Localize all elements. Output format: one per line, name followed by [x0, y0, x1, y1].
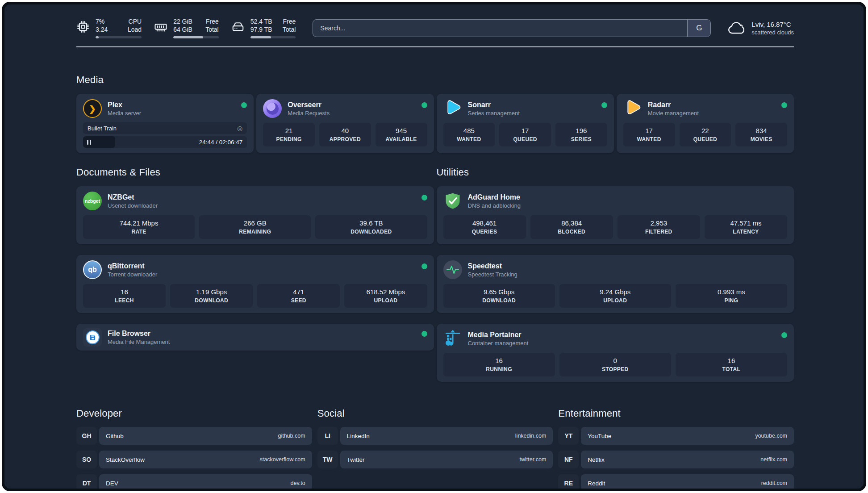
portainer-icon	[443, 329, 462, 348]
service-card-radarr[interactable]: Radarr Movie management 17WANTED 22QUEUE…	[617, 94, 794, 153]
section-title-entertainment: Entertainment	[558, 408, 794, 419]
radarr-icon	[623, 99, 642, 118]
service-description: Usenet downloader	[108, 202, 158, 209]
stat-tile: 86,384BLOCKED	[530, 215, 613, 239]
service-description: Media Requests	[288, 110, 330, 117]
bookmark-reddit[interactable]: RE Reddit reddit.com	[558, 474, 794, 491]
weather-location: Lviv, 16.87°C	[751, 20, 794, 29]
bookmark-abbr: NF	[558, 451, 579, 468]
plex-icon: ❯	[83, 99, 102, 118]
status-badge	[781, 102, 787, 108]
service-card-filebrowser[interactable]: File Browser Media File Management	[76, 324, 434, 351]
service-card-portainer[interactable]: Media Portainer Container management 16R…	[437, 324, 794, 382]
stat-tile: 834MOVIES	[735, 123, 787, 146]
service-name: qBittorrent	[108, 262, 157, 270]
bookmark-abbr: DT	[76, 474, 97, 491]
bookmark-name: YouTube	[588, 433, 611, 439]
service-name: NZBGet	[108, 193, 158, 201]
search-input[interactable]	[313, 20, 687, 37]
bookmark-github[interactable]: GH Github github.com	[76, 427, 312, 445]
stat-tile: 16RUNNING	[443, 353, 555, 376]
bookmark-name: Reddit	[588, 480, 605, 487]
bookmark-linkedin[interactable]: LI LinkedIn linkedin.com	[317, 427, 553, 445]
search-bar: G	[313, 19, 711, 37]
stat-tile: 17QUEUED	[499, 123, 551, 146]
disk-free-label: Free	[283, 18, 296, 25]
disk-total-value: 97.9 TB	[250, 26, 274, 33]
bookmark-stackoverflow[interactable]: SO StackOverflow stackoverflow.com	[76, 451, 312, 468]
service-card-adguard[interactable]: AdGuard Home DNS and adblocking 498,461Q…	[437, 186, 794, 244]
service-description: Speedtest Tracking	[468, 271, 517, 278]
stat-tile: 16TOTAL	[676, 353, 787, 376]
bookmark-url: linkedin.com	[515, 433, 546, 439]
service-card-nzbget[interactable]: nzbget NZBGet Usenet downloader 744.21 M…	[76, 186, 434, 244]
bookmark-url: reddit.com	[761, 480, 787, 486]
session-icon: ◎	[237, 125, 242, 131]
disk-stat: 52.4 TB 97.9 TB Free Total	[231, 18, 296, 38]
memory-stat: 22 GiB 64 GiB Free Total	[154, 18, 219, 38]
bookmark-name: StackOverflow	[106, 456, 145, 463]
bookmark-abbr: YT	[558, 427, 579, 445]
bookmark-abbr: GH	[76, 427, 97, 445]
bookmark-name: LinkedIn	[347, 433, 370, 439]
stat-tile: 47.571 msLATENCY	[705, 215, 787, 239]
service-card-sonarr[interactable]: Sonarr Series management 485WANTED 17QUE…	[437, 94, 614, 153]
filebrowser-icon	[83, 328, 102, 347]
stat-tile: 21PENDING	[263, 123, 315, 146]
service-card-plex[interactable]: ❯ Plex Media server Bullet Train ◎ 24:44…	[76, 94, 254, 153]
service-card-qbittorrent[interactable]: qb qBittorrent Torrent downloader 16LEEC…	[76, 255, 434, 313]
bookmark-url: dev.to	[291, 480, 305, 486]
stat-tile: 22QUEUED	[680, 123, 731, 146]
status-badge	[241, 102, 247, 108]
stat-tile: 16LEECH	[83, 284, 166, 308]
status-badge	[601, 102, 607, 108]
bookmark-youtube[interactable]: YT YouTube youtube.com	[558, 427, 794, 445]
service-card-overseerr[interactable]: Overseerr Media Requests 21PENDING 40APP…	[256, 94, 434, 153]
stat-tile: 618.52 MbpsUPLOAD	[344, 284, 427, 308]
cpu-load-value: 3.24	[96, 26, 119, 33]
speedtest-icon	[443, 260, 462, 279]
section-utilities: Utilities	[437, 167, 794, 382]
stat-tile: 471SEED	[257, 284, 340, 308]
stat-tile: 1.19 GbpsDOWNLOAD	[170, 284, 253, 308]
service-description: Torrent downloader	[108, 271, 157, 278]
stat-tile: 0.993 msPING	[676, 284, 787, 308]
stat-tile: 17WANTED	[623, 123, 675, 146]
stat-tile: 40APPROVED	[319, 123, 371, 146]
cloud-icon	[727, 21, 746, 36]
bookmark-netflix[interactable]: NF Netflix netflix.com	[558, 451, 794, 468]
memory-icon	[154, 20, 167, 33]
now-playing-title-bar: Bullet Train ◎	[83, 122, 247, 134]
service-card-speedtest[interactable]: Speedtest Speedtest Tracking 9.65 GbpsDO…	[437, 255, 794, 313]
service-name: Media Portainer	[468, 330, 529, 339]
bookmark-name: DEV	[106, 480, 118, 487]
status-badge	[421, 331, 427, 337]
memory-free-label: Free	[205, 18, 219, 25]
qbittorrent-icon: qb	[83, 260, 102, 279]
stat-tile: 39.6 TBDOWNLOADED	[315, 215, 427, 239]
disk-free-value: 52.4 TB	[250, 18, 274, 25]
bookmark-name: Twitter	[347, 456, 365, 463]
service-description: Movie management	[648, 110, 699, 117]
bookmark-twitter[interactable]: TW Twitter twitter.com	[317, 451, 553, 468]
section-title-documents: Documents & Files	[76, 167, 434, 178]
overseerr-icon	[263, 99, 282, 118]
cpu-stat: 7% 3.24 CPU Load	[76, 18, 142, 38]
section-entertainment: Entertainment YT YouTube youtube.com NF …	[558, 408, 794, 491]
stat-tile: 266 GBREMAINING	[199, 215, 311, 239]
bookmark-url: stackoverflow.com	[260, 456, 305, 463]
bookmark-dev[interactable]: DT DEV dev.to	[76, 474, 312, 491]
stat-tile: 2,953FILTERED	[618, 215, 700, 239]
now-playing-time: 24:44 / 02:06:47	[199, 136, 243, 148]
section-social: Social LI LinkedIn linkedin.com TW Twitt…	[317, 408, 553, 491]
bookmark-url: github.com	[278, 433, 305, 439]
stat-tile: 485WANTED	[443, 123, 495, 146]
bookmark-abbr: SO	[76, 451, 97, 468]
weather-widget: Lviv, 16.87°C scattered clouds	[727, 20, 794, 36]
cpu-usage-value: 7%	[96, 18, 119, 25]
section-title-utilities: Utilities	[437, 167, 794, 178]
disk-icon	[231, 20, 245, 33]
stat-tile: 945AVAILABLE	[376, 123, 427, 146]
memory-free-value: 22 GiB	[173, 18, 196, 25]
search-engine-button[interactable]: G	[687, 20, 710, 37]
